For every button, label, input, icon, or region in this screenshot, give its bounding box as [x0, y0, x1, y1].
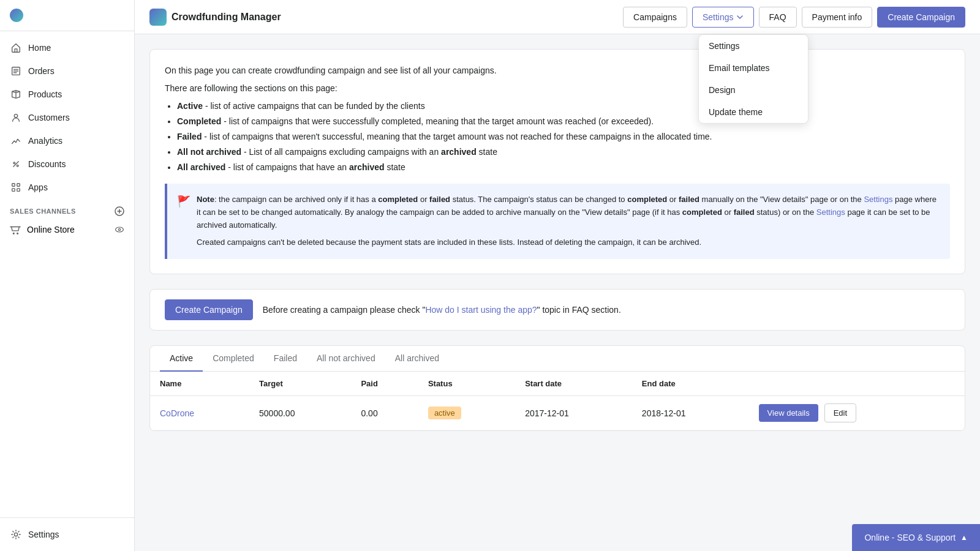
app-title: Crowdfunding Manager	[172, 12, 281, 23]
add-sales-channel-icon[interactable]	[115, 206, 124, 216]
sidebar-logo	[0, 0, 134, 31]
note-text-2: Created campaigns can't be deleted becau…	[197, 236, 940, 249]
apps-icon	[10, 181, 22, 193]
discounts-icon	[10, 158, 22, 170]
dropdown-item-design[interactable]: Design	[699, 79, 808, 101]
online-store-label: Online Store	[27, 225, 75, 234]
app-logo-area: Crowdfunding Manager	[149, 9, 618, 26]
tab-completed[interactable]: Completed	[203, 346, 264, 372]
sales-channels-section: SALES CHANNELS	[0, 199, 134, 219]
svg-point-13	[14, 533, 17, 536]
topbar: Crowdfunding Manager Campaigns Settings …	[135, 0, 980, 34]
col-name: Name	[150, 372, 249, 396]
col-end-date: End date	[632, 372, 749, 396]
col-status: Status	[418, 372, 515, 396]
campaign-end-date: 2018-12-01	[632, 396, 749, 430]
chat-widget-label: Online - SEO & Support	[864, 533, 956, 542]
online-store-icon	[10, 224, 21, 235]
list-item-failed: Failed - list of campaigns that weren't …	[177, 130, 950, 143]
sidebar-item-settings[interactable]: Settings	[0, 523, 134, 546]
list-item-active: Active - list of active campaigns that c…	[177, 100, 950, 113]
svg-rect-7	[17, 189, 20, 192]
info-box: On this page you can create crowdfunding…	[149, 49, 965, 274]
svg-point-10	[17, 233, 18, 234]
page-content: On this page you can create crowdfunding…	[135, 34, 980, 551]
sidebar: Home Orders Products	[0, 0, 135, 551]
tab-active[interactable]: Active	[160, 346, 203, 372]
intro-text-2: There are following the sections on this…	[165, 82, 950, 95]
status-badge: active	[428, 407, 461, 419]
dropdown-item-settings[interactable]: Settings	[699, 35, 808, 57]
sidebar-item-discounts-label: Discounts	[28, 159, 66, 169]
campaign-target: 50000.00	[249, 396, 351, 430]
campaigns-table-box: Active Completed Failed All not archived…	[149, 345, 965, 431]
sidebar-item-home-label: Home	[28, 43, 51, 53]
tab-all-archived[interactable]: All archived	[385, 346, 449, 372]
svg-point-3	[17, 165, 18, 167]
note-text-1: Note: the campaign can be archived only …	[197, 193, 940, 231]
settings-link-1[interactable]: Settings	[864, 195, 892, 204]
faq-button[interactable]: FAQ	[759, 7, 797, 28]
campaign-actions: View details Edit	[749, 396, 965, 430]
sidebar-item-analytics[interactable]: Analytics	[0, 129, 134, 152]
settings-link-2[interactable]: Settings	[816, 208, 845, 217]
sidebar-item-orders-label: Orders	[28, 66, 55, 76]
create-campaign-button-top[interactable]: Create Campaign	[877, 7, 965, 28]
faq-link[interactable]: How do I start using the app?	[425, 305, 537, 315]
tab-failed[interactable]: Failed	[264, 346, 307, 372]
col-actions	[749, 372, 965, 396]
svg-point-1	[14, 114, 17, 118]
campaigns-table: Name Target Paid Status Start date End d…	[150, 372, 965, 430]
sidebar-item-online-store[interactable]: Online Store	[0, 219, 134, 241]
analytics-icon	[10, 135, 22, 147]
dropdown-item-email-templates[interactable]: Email templates	[699, 57, 808, 79]
store-logo-icon	[10, 9, 23, 22]
list-item-archived: All archived - list of campaigns that ha…	[177, 161, 950, 174]
list-item-completed: Completed - list of campaigns that were …	[177, 115, 950, 128]
svg-rect-5	[17, 184, 20, 187]
orders-icon	[10, 65, 22, 77]
dropdown-item-update-theme[interactable]: Update theme	[699, 101, 808, 123]
sidebar-item-discounts[interactable]: Discounts	[0, 152, 134, 176]
eye-icon[interactable]	[115, 225, 124, 234]
sidebar-item-customers[interactable]: Customers	[0, 106, 134, 129]
settings-dropdown-menu: Settings Email templates Design Update t…	[698, 34, 809, 124]
edit-button[interactable]: Edit	[824, 403, 856, 422]
svg-rect-6	[12, 189, 15, 192]
sidebar-item-customers-label: Customers	[28, 113, 70, 122]
settings-icon	[10, 528, 22, 541]
app-logo-icon	[149, 9, 167, 26]
svg-point-11	[116, 227, 124, 232]
tabs-bar: Active Completed Failed All not archived…	[150, 346, 965, 372]
sidebar-item-products[interactable]: Products	[0, 83, 134, 106]
sidebar-item-orders[interactable]: Orders	[0, 59, 134, 83]
campaign-paid: 0.00	[351, 396, 418, 430]
flag-icon: 🚩	[177, 195, 190, 208]
payment-info-button[interactable]: Payment info	[802, 7, 873, 28]
tab-all-not-archived[interactable]: All not archived	[307, 346, 385, 372]
main-area: Crowdfunding Manager Campaigns Settings …	[135, 0, 980, 551]
settings-dropdown-button[interactable]: Settings	[692, 7, 754, 28]
campaigns-button[interactable]: Campaigns	[623, 7, 687, 28]
svg-rect-4	[12, 184, 15, 187]
view-details-button[interactable]: View details	[759, 404, 818, 422]
campaign-start-date: 2017-12-01	[515, 396, 632, 430]
create-campaign-button-main[interactable]: Create Campaign	[165, 299, 253, 320]
svg-point-2	[13, 162, 15, 164]
create-campaign-row: Create Campaign Before creating a campai…	[149, 289, 965, 331]
campaign-name-link[interactable]: CoDrone	[160, 408, 194, 418]
col-start-date: Start date	[515, 372, 632, 396]
topbar-actions: Campaigns Settings FAQ Payment info Crea…	[623, 7, 965, 28]
sections-list: Active - list of active campaigns that c…	[177, 100, 950, 174]
note-box: 🚩 Note: the campaign can be archived onl…	[165, 184, 950, 259]
list-item-not-archived: All not archived - List of all campaigns…	[177, 146, 950, 159]
sidebar-item-home[interactable]: Home	[0, 36, 134, 59]
chat-widget[interactable]: Online - SEO & Support ▲	[852, 524, 980, 551]
dropdown-chevron-icon	[736, 13, 744, 21]
intro-text-1: On this page you can create crowdfunding…	[165, 64, 950, 77]
campaign-status: active	[418, 396, 515, 430]
col-paid: Paid	[351, 372, 418, 396]
sidebar-settings-label: Settings	[28, 530, 59, 539]
sidebar-item-apps[interactable]: Apps	[0, 176, 134, 199]
home-icon	[10, 42, 22, 54]
